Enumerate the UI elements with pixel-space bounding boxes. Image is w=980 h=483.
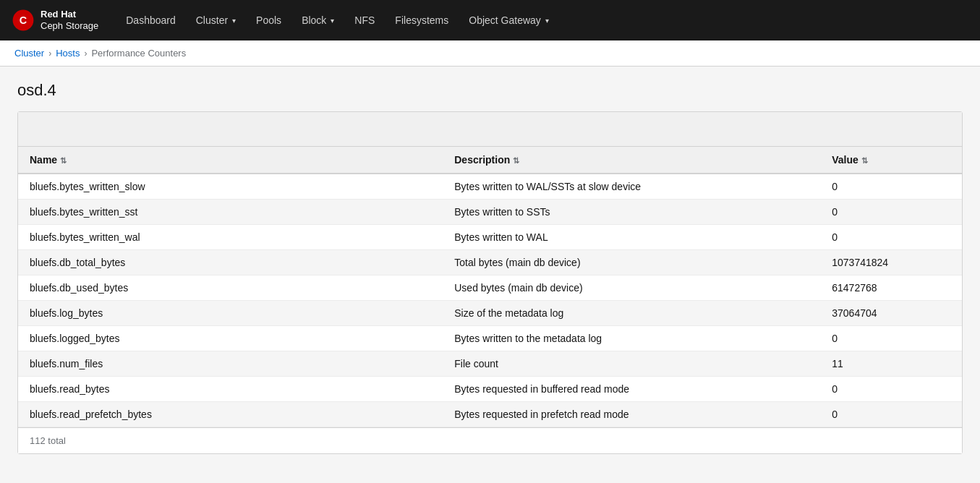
cell-value: 0 [820,225,962,250]
nav-link-pools[interactable]: Pools [246,0,291,40]
cell-name: bluefs.bytes_written_sst [18,200,443,225]
cell-description: Bytes written to WAL [443,225,820,250]
table-footer: 112 total [18,427,962,453]
cell-name: bluefs.db_used_bytes [18,275,443,301]
nav-link-dashboard[interactable]: Dashboard [116,0,186,40]
table-row: bluefs.logged_bytesBytes written to the … [18,326,962,351]
cell-name: bluefs.read_prefetch_bytes [18,402,443,427]
total-count: 112 total [30,435,66,446]
cell-value: 0 [820,402,962,427]
table-row: bluefs.read_bytesBytes requested in buff… [18,377,962,402]
svg-text:C: C [20,14,27,26]
table-row: bluefs.db_used_bytesUsed bytes (main db … [18,275,962,301]
nav-item-dashboard[interactable]: Dashboard [116,0,186,40]
cell-value: 1073741824 [820,250,962,275]
cell-description: Bytes written to SSTs [443,200,820,225]
nav-item-object-gateway[interactable]: Object Gateway ▾ [459,0,559,40]
object-gateway-dropdown-icon: ▾ [545,17,549,25]
nav-link-cluster[interactable]: Cluster ▾ [186,0,246,40]
cluster-dropdown-icon: ▾ [232,17,236,25]
nav-link-object-gateway[interactable]: Object Gateway ▾ [459,0,559,40]
table-row: bluefs.log_bytesSize of the metadata log… [18,301,962,326]
description-sort-icon: ⇅ [513,156,519,165]
cell-value: 0 [820,326,962,351]
breadcrumb-sep-1: › [48,48,51,59]
cell-description: Used bytes (main db device) [443,275,820,301]
value-sort-icon: ⇅ [861,156,868,165]
cell-description: Bytes requested in buffered read mode [443,377,820,402]
table-row: bluefs.bytes_written_walBytes written to… [18,225,962,250]
brand-line2: Ceph Storage [41,20,98,32]
nav-item-cluster[interactable]: Cluster ▾ [186,0,246,40]
nav-item-pools[interactable]: Pools [246,0,291,40]
cell-value: 0 [820,377,962,402]
cell-value: 0 [820,174,962,200]
breadcrumb-hosts[interactable]: Hosts [56,48,80,59]
col-header-value[interactable]: Value ⇅ [820,147,962,174]
main-content: osd.4 Name ⇅ Description ⇅ Value ⇅ [0,67,980,479]
cell-description: Bytes written to WAL/SSTs at slow device [443,174,820,200]
cell-description: File count [443,351,820,377]
nav-item-filesystems[interactable]: Filesystems [385,0,459,40]
cell-name: bluefs.log_bytes [18,301,443,326]
breadcrumb: Cluster › Hosts › Performance Counters [0,40,980,67]
cell-name: bluefs.bytes_written_slow [18,174,443,200]
cell-name: bluefs.read_bytes [18,377,443,402]
table-row: bluefs.bytes_written_sstBytes written to… [18,200,962,225]
cell-value: 0 [820,200,962,225]
brand-line1: Red Hat [41,9,98,20]
nav-link-filesystems[interactable]: Filesystems [385,0,459,40]
table-body: bluefs.bytes_written_slowBytes written t… [18,174,962,427]
table-container: Name ⇅ Description ⇅ Value ⇅ bluefs.byte… [17,111,963,454]
cell-name: bluefs.bytes_written_wal [18,225,443,250]
cell-name: bluefs.num_files [18,351,443,377]
nav-link-block[interactable]: Block ▾ [291,0,344,40]
cell-value: 61472768 [820,275,962,301]
col-header-name[interactable]: Name ⇅ [18,147,443,174]
breadcrumb-sep-2: › [84,48,87,59]
breadcrumb-cluster[interactable]: Cluster [14,48,44,59]
table-row: bluefs.db_total_bytesTotal bytes (main d… [18,250,962,275]
nav-menu: Dashboard Cluster ▾ Pools Block ▾ NFS Fi… [116,0,559,40]
brand-logo: C Red Hat Ceph Storage [12,9,98,32]
cell-value: 11 [820,351,962,377]
nav-link-nfs[interactable]: NFS [344,0,385,40]
redhat-logo-icon: C [12,9,35,32]
cell-name: bluefs.db_total_bytes [18,250,443,275]
block-dropdown-icon: ▾ [331,17,334,25]
cell-value: 37064704 [820,301,962,326]
cell-description: Total bytes (main db device) [443,250,820,275]
breadcrumb-current: Performance Counters [91,48,186,59]
cell-description: Bytes written to the metadata log [443,326,820,351]
cell-description: Bytes requested in prefetch read mode [443,402,820,427]
cell-name: bluefs.logged_bytes [18,326,443,351]
col-header-description[interactable]: Description ⇅ [443,147,820,174]
table-row: bluefs.num_filesFile count11 [18,351,962,377]
performance-counters-table: Name ⇅ Description ⇅ Value ⇅ bluefs.byte… [18,147,962,427]
brand-text: Red Hat Ceph Storage [41,9,98,31]
table-toolbar [18,112,962,147]
table-header: Name ⇅ Description ⇅ Value ⇅ [18,147,962,174]
navbar: C Red Hat Ceph Storage Dashboard Cluster… [0,0,980,40]
table-row: bluefs.bytes_written_slowBytes written t… [18,174,962,200]
page-title: osd.4 [17,81,963,100]
name-sort-icon: ⇅ [60,156,67,165]
cell-description: Size of the metadata log [443,301,820,326]
table-row: bluefs.read_prefetch_bytesBytes requeste… [18,402,962,427]
nav-item-block[interactable]: Block ▾ [291,0,344,40]
nav-item-nfs[interactable]: NFS [344,0,385,40]
